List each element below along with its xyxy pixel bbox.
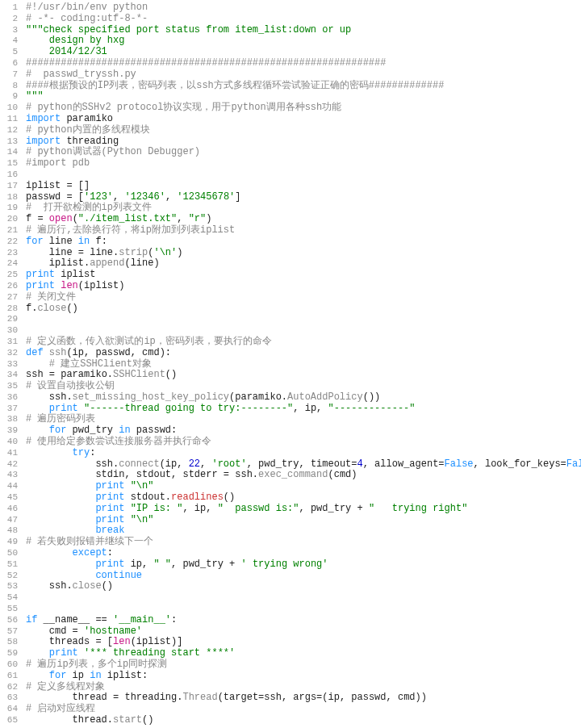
token-nm: threading. — [119, 692, 182, 703]
line-number: 42 — [0, 459, 18, 471]
token-nm — [26, 670, 49, 681]
token-s: "-------------" — [328, 403, 416, 414]
code-line: # 定义多线程对象 — [26, 682, 578, 693]
line-number: 37 — [0, 404, 18, 415]
code-line: # python调试器(Python Debugger) — [26, 147, 578, 158]
code-line: # python内置的多线程模块 — [26, 125, 578, 136]
token-nm: , — [165, 191, 177, 203]
line-number: 2 — [0, 14, 18, 25]
token-s: "------thread going to try:--------" — [84, 403, 293, 414]
token-c: # python调试器(Python Debugger) — [26, 146, 200, 157]
code-line: thread = threading.Thread(target=ssh, ar… — [26, 692, 578, 704]
token-c: ########################################… — [26, 57, 386, 69]
token-c: # 使用给定参数尝试连接服务器并执行命令 — [26, 436, 211, 447]
line-number: 18 — [0, 192, 18, 203]
token-nm: line — [44, 236, 78, 247]
token-s: "IP is: " — [131, 503, 183, 514]
code-line: # python的SSHv2 protocol协议实现，用于python调用各种… — [26, 103, 578, 114]
token-nm: stdout. — [124, 492, 171, 503]
line-number: 33 — [0, 359, 18, 370]
token-kw: def — [26, 347, 44, 358]
line-number: 63 — [0, 692, 18, 704]
line-number: 58 — [0, 637, 18, 648]
token-nm: (paramiko. — [229, 391, 287, 403]
token-nm: : — [171, 614, 177, 625]
token-c: # 设置自动接收公钥 — [26, 380, 115, 391]
token-nm: : — [90, 447, 95, 458]
token-bi: open — [49, 213, 73, 224]
token-nm: (ip, — [160, 458, 189, 470]
line-number: 7 — [0, 69, 18, 81]
token-nm: iplist: — [102, 670, 148, 681]
token-nm: , allow_agent — [363, 458, 439, 470]
token-nm — [78, 403, 84, 414]
code-line: # passwd_tryssh.py — [26, 69, 578, 81]
code-line: for line in f: — [26, 236, 578, 248]
token-nm — [124, 503, 130, 514]
token-nm — [26, 492, 95, 503]
line-number: 39 — [0, 425, 18, 437]
line-number: 4 — [0, 36, 18, 47]
token-nm: ] — [235, 191, 240, 203]
line-number: 38 — [0, 414, 18, 425]
token-nm — [26, 647, 49, 659]
token-fn: append — [90, 257, 124, 269]
code-line: # 遍历密码列表 — [26, 414, 578, 425]
code-line: print "IP is: ", ip, " passwd is:", pwd_… — [26, 504, 578, 515]
token-s: """ — [26, 90, 44, 102]
line-number: 34 — [0, 370, 18, 381]
code-line: # 定义函数，传入欲测试的ip，密码列表，要执行的命令 — [26, 337, 578, 348]
line-number: 3 — [0, 25, 18, 36]
token-c: # 遍历ip列表，多个ip同时探测 — [26, 659, 167, 670]
token-c: # 遍历密码列表 — [26, 413, 95, 425]
token-s: 'root' — [211, 458, 246, 470]
line-number: 16 — [0, 169, 18, 181]
token-c: # python的SSHv2 protocol协议实现，用于python调用各种… — [26, 102, 341, 113]
code-line: print ip, " ", pwd_try + ' trying wrong' — [26, 559, 578, 571]
line-number: 65 — [0, 715, 18, 726]
token-nm — [26, 570, 95, 581]
code-line — [26, 169, 578, 181]
token-kw: for — [49, 425, 67, 436]
code-line: def ssh(ip, passwd, cmd): — [26, 348, 578, 359]
line-number: 17 — [0, 181, 18, 192]
line-number: 64 — [0, 704, 18, 715]
code-line: print len(iplist) — [26, 281, 578, 292]
code-line: ####根据预设的IP列表，密码列表，以ssh方式多线程循环尝试验证正确的密码#… — [26, 81, 578, 92]
code-line: # 使用给定参数尝试连接服务器并执行命令 — [26, 437, 578, 448]
token-op: = — [73, 625, 78, 637]
token-op: = — [224, 469, 229, 480]
token-s: 2014/12/31 — [26, 46, 107, 57]
line-number: 52 — [0, 571, 18, 582]
token-c: # 打开欲检测的ip列表文件 — [26, 202, 152, 213]
line-number: 1 — [0, 2, 18, 14]
token-nm: () — [102, 580, 113, 592]
code-line: design by hxg — [26, 36, 578, 47]
token-nm: : — [107, 547, 113, 559]
code-line: if __name__ == '__main__': — [26, 615, 578, 626]
token-kw: print — [26, 269, 55, 280]
line-number: 55 — [0, 604, 18, 615]
line-number: 29 — [0, 314, 18, 325]
token-nm: , — [200, 458, 211, 470]
code-line: iplist.append(line) — [26, 258, 578, 270]
code-line: #!/usr/bin/env python — [26, 2, 578, 14]
token-s: 'hostname' — [84, 625, 142, 637]
token-fn: connect — [119, 458, 159, 470]
token-fn: close — [73, 580, 102, 592]
line-number: 43 — [0, 470, 18, 481]
token-s: '__main__' — [113, 614, 171, 625]
code-line: ssh.connect(ip, 22, 'root', pwd_try, tim… — [26, 459, 578, 471]
code-line: except: — [26, 548, 578, 559]
token-s: '*** threading start ****' — [84, 647, 235, 659]
token-bi: len — [61, 280, 78, 291]
token-nm — [124, 480, 130, 492]
code-line: iplist = [] — [26, 181, 578, 192]
token-nm: () — [66, 303, 77, 314]
token-nm: cmd — [26, 625, 73, 637]
token-nm: , ip, — [293, 403, 328, 414]
line-number: 30 — [0, 325, 18, 337]
line-number: 36 — [0, 392, 18, 404]
line-number: 20 — [0, 214, 18, 225]
token-op: = — [66, 191, 72, 203]
